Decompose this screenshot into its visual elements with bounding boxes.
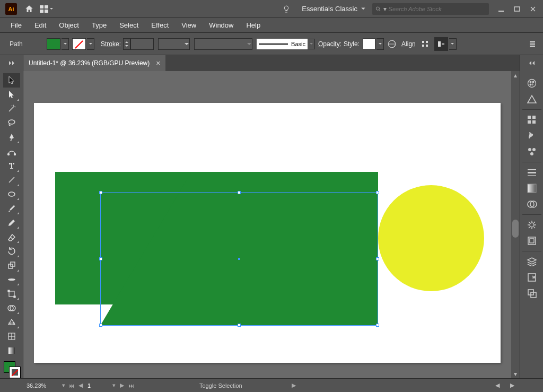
selection-bounding-box[interactable] bbox=[100, 192, 378, 326]
stroke-indicator[interactable] bbox=[9, 367, 21, 378]
tool-type[interactable] bbox=[3, 159, 20, 173]
menu-view[interactable]: View bbox=[175, 19, 203, 31]
control-more-options[interactable] bbox=[526, 34, 539, 54]
brush-dropdown[interactable] bbox=[308, 39, 315, 49]
window-maximize[interactable] bbox=[509, 3, 525, 15]
panel-brushes[interactable] bbox=[523, 128, 540, 144]
transform-dropdown[interactable] bbox=[449, 38, 457, 50]
tool-pen[interactable] bbox=[3, 130, 20, 144]
search-input[interactable] bbox=[389, 6, 486, 12]
discover-button[interactable] bbox=[278, 1, 294, 17]
scroll-up[interactable]: ▴ bbox=[511, 71, 520, 80]
graphic-style-dropdown[interactable] bbox=[376, 38, 384, 50]
zoom-dropdown[interactable]: ▾ bbox=[60, 382, 67, 389]
artboard-number[interactable]: 1 bbox=[84, 382, 111, 389]
tool-magic-wand[interactable] bbox=[3, 102, 20, 116]
document-tab[interactable]: Untitled-1* @ 36.23% (RGB/GPU Preview) × bbox=[23, 55, 165, 71]
panel-color-guide[interactable] bbox=[523, 91, 540, 107]
tool-pencil[interactable] bbox=[3, 215, 20, 230]
tool-scale[interactable] bbox=[3, 258, 20, 273]
artboard-nav-2[interactable]: ▾ ▶ ⏭ bbox=[111, 382, 136, 389]
tool-perspective[interactable] bbox=[3, 315, 20, 329]
tool-lasso[interactable] bbox=[3, 116, 20, 130]
isolate-button[interactable] bbox=[434, 37, 448, 51]
sel-handle-mr[interactable] bbox=[376, 257, 379, 260]
sel-handle-ml[interactable] bbox=[99, 257, 102, 260]
nav-first-icon[interactable]: ⏮ bbox=[67, 382, 76, 389]
stroke-control[interactable] bbox=[72, 38, 94, 50]
sel-handle-bc[interactable] bbox=[238, 324, 241, 327]
status-popup[interactable]: ▶ bbox=[290, 382, 297, 389]
artboard[interactable] bbox=[34, 103, 501, 363]
tool-free-transform[interactable] bbox=[3, 286, 20, 301]
window-close[interactable] bbox=[525, 3, 541, 15]
panel-transparency[interactable] bbox=[523, 196, 540, 212]
fill-dropdown[interactable] bbox=[62, 38, 69, 50]
horizontal-scroll[interactable]: ◀▶ bbox=[490, 382, 520, 389]
fill-stroke-indicator[interactable] bbox=[3, 360, 21, 378]
tool-ellipse[interactable] bbox=[3, 187, 20, 202]
scroll-down[interactable]: ▾ bbox=[511, 370, 520, 378]
panel-artboards[interactable] bbox=[523, 285, 540, 301]
menu-select[interactable]: Select bbox=[113, 19, 145, 31]
panel-graphic-styles[interactable] bbox=[523, 233, 540, 249]
tool-gradient[interactable] bbox=[3, 344, 20, 358]
nav-last-icon[interactable]: ⏭ bbox=[127, 382, 136, 389]
vertical-scrollbar[interactable]: ▴ ▾ bbox=[511, 71, 520, 378]
panel-asset-export[interactable] bbox=[523, 269, 540, 285]
tool-paintbrush[interactable] bbox=[3, 201, 20, 215]
stroke-swatch[interactable] bbox=[72, 38, 86, 50]
menu-object[interactable]: Object bbox=[52, 19, 85, 31]
panel-color[interactable] bbox=[523, 75, 540, 91]
tool-curvature[interactable] bbox=[3, 144, 20, 159]
menu-window[interactable]: Window bbox=[203, 19, 240, 31]
search-adobe-stock[interactable]: ▾ bbox=[372, 3, 489, 15]
sel-handle-tc[interactable] bbox=[238, 191, 241, 194]
panel-swatches[interactable] bbox=[523, 112, 540, 128]
sel-handle-bl[interactable] bbox=[99, 324, 102, 327]
zoom-level[interactable]: 36.23% bbox=[23, 382, 60, 389]
arrange-documents-button[interactable] bbox=[38, 1, 56, 17]
menu-help[interactable]: Help bbox=[240, 19, 267, 31]
tool-eraser[interactable] bbox=[3, 230, 20, 244]
variable-width-profile[interactable] bbox=[158, 38, 190, 50]
align-button[interactable] bbox=[418, 37, 432, 51]
shape-circle[interactable] bbox=[378, 185, 484, 291]
panel-stroke[interactable] bbox=[523, 164, 540, 180]
sel-handle-br[interactable] bbox=[376, 324, 379, 327]
opacity-link[interactable]: Opacity: bbox=[318, 40, 341, 48]
workspace-switcher[interactable]: Essentials Classic bbox=[297, 2, 370, 16]
home-button[interactable] bbox=[20, 1, 38, 17]
panel-appearance[interactable] bbox=[523, 217, 540, 233]
sel-handle-tl[interactable] bbox=[99, 191, 102, 194]
brush-definition[interactable]: Basic bbox=[257, 39, 308, 49]
menu-type[interactable]: Type bbox=[85, 19, 113, 31]
expand-right-panels[interactable] bbox=[520, 55, 543, 71]
stroke-dropdown[interactable] bbox=[87, 38, 94, 50]
canvas[interactable]: ▴ ▾ bbox=[23, 71, 520, 378]
nav-next-icon[interactable]: ▶ bbox=[118, 382, 126, 389]
fill-control[interactable] bbox=[47, 38, 69, 50]
artboard-nav[interactable]: ⏮ ◀ bbox=[67, 382, 84, 389]
document-tab-close[interactable]: × bbox=[156, 59, 160, 67]
stroke-weight[interactable] bbox=[123, 38, 154, 50]
scroll-thumb[interactable] bbox=[512, 220, 519, 238]
stroke-panel-link[interactable]: Stroke: bbox=[101, 40, 121, 48]
menu-edit[interactable]: Edit bbox=[28, 19, 52, 31]
tool-selection[interactable] bbox=[3, 73, 20, 88]
sel-handle-tr[interactable] bbox=[376, 191, 379, 194]
tool-width[interactable] bbox=[3, 273, 20, 287]
align-panel-link[interactable]: Align bbox=[401, 40, 416, 48]
window-minimize[interactable] bbox=[493, 3, 509, 15]
expand-left-panels[interactable] bbox=[0, 55, 23, 71]
tool-line[interactable] bbox=[3, 173, 20, 187]
tool-shape-builder[interactable] bbox=[3, 301, 20, 315]
panel-gradient[interactable] bbox=[523, 180, 540, 196]
recolor-artwork-button[interactable] bbox=[385, 37, 399, 51]
panel-symbols[interactable] bbox=[523, 144, 540, 160]
menu-effect[interactable]: Effect bbox=[145, 19, 175, 31]
fill-swatch[interactable] bbox=[47, 38, 60, 50]
tool-mesh[interactable] bbox=[3, 329, 20, 344]
tool-direct-selection[interactable] bbox=[3, 88, 20, 102]
panel-layers[interactable] bbox=[523, 254, 540, 269]
